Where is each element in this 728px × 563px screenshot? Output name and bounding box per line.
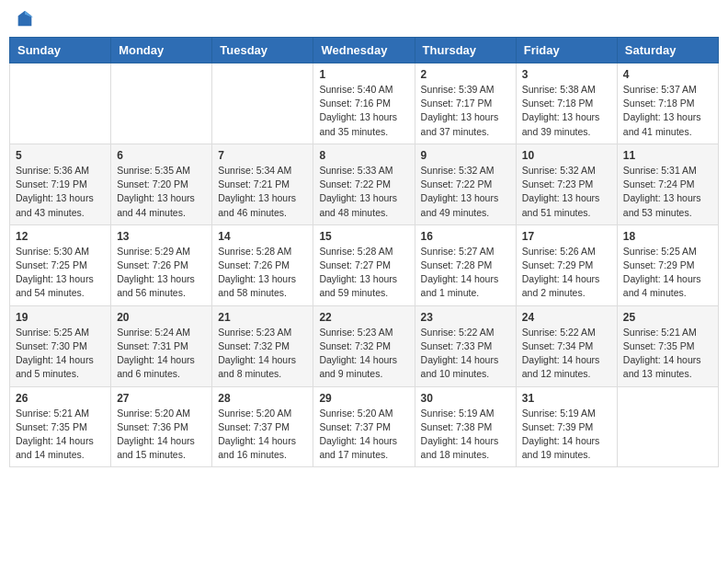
day-info: Sunrise: 5:23 AM Sunset: 7:32 PM Dayligh…: [218, 326, 307, 382]
calendar-cell: 11Sunrise: 5:31 AM Sunset: 7:24 PM Dayli…: [617, 144, 718, 224]
calendar-cell: 10Sunrise: 5:32 AM Sunset: 7:23 PM Dayli…: [516, 144, 617, 224]
calendar-cell: 29Sunrise: 5:20 AM Sunset: 7:37 PM Dayli…: [313, 386, 415, 467]
calendar-table: Sunday Monday Tuesday Wednesday Thursday…: [9, 37, 719, 467]
day-number: 26: [16, 392, 105, 405]
day-number: 18: [623, 230, 712, 243]
day-number: 15: [319, 230, 408, 243]
day-number: 17: [522, 230, 611, 243]
calendar-cell: 24Sunrise: 5:22 AM Sunset: 7:34 PM Dayli…: [516, 305, 617, 386]
calendar-cell: 20Sunrise: 5:24 AM Sunset: 7:31 PM Dayli…: [111, 305, 212, 386]
day-info: Sunrise: 5:31 AM Sunset: 7:24 PM Dayligh…: [623, 164, 712, 220]
week-row-2: 5Sunrise: 5:36 AM Sunset: 7:19 PM Daylig…: [10, 144, 719, 224]
calendar-cell: 3Sunrise: 5:38 AM Sunset: 7:18 PM Daylig…: [516, 63, 617, 144]
week-row-1: 1Sunrise: 5:40 AM Sunset: 7:16 PM Daylig…: [10, 63, 719, 144]
week-row-5: 26Sunrise: 5:21 AM Sunset: 7:35 PM Dayli…: [10, 386, 719, 467]
day-info: Sunrise: 5:33 AM Sunset: 7:22 PM Dayligh…: [319, 164, 408, 220]
day-info: Sunrise: 5:27 AM Sunset: 7:28 PM Dayligh…: [421, 245, 510, 301]
day-number: 30: [421, 392, 510, 405]
header: [9, 9, 719, 29]
day-number: 20: [117, 311, 206, 324]
day-info: Sunrise: 5:22 AM Sunset: 7:33 PM Dayligh…: [421, 326, 510, 382]
calendar-cell: 19Sunrise: 5:25 AM Sunset: 7:30 PM Dayli…: [10, 305, 111, 386]
day-number: 25: [623, 311, 712, 324]
col-thursday: Thursday: [415, 38, 516, 63]
calendar-cell: 28Sunrise: 5:20 AM Sunset: 7:37 PM Dayli…: [212, 386, 313, 467]
day-number: 1: [319, 68, 408, 81]
day-info: Sunrise: 5:32 AM Sunset: 7:22 PM Dayligh…: [421, 164, 510, 220]
day-info: Sunrise: 5:20 AM Sunset: 7:37 PM Dayligh…: [218, 407, 307, 463]
day-number: 13: [117, 230, 206, 243]
col-friday: Friday: [516, 38, 617, 63]
day-number: 21: [218, 311, 307, 324]
day-info: Sunrise: 5:28 AM Sunset: 7:26 PM Dayligh…: [218, 245, 307, 301]
day-number: 31: [522, 392, 611, 405]
week-row-4: 19Sunrise: 5:25 AM Sunset: 7:30 PM Dayli…: [10, 305, 719, 386]
day-info: Sunrise: 5:36 AM Sunset: 7:19 PM Dayligh…: [16, 164, 105, 220]
day-info: Sunrise: 5:25 AM Sunset: 7:30 PM Dayligh…: [16, 326, 105, 382]
calendar-cell: 16Sunrise: 5:27 AM Sunset: 7:28 PM Dayli…: [415, 224, 516, 305]
day-number: 23: [421, 311, 510, 324]
day-info: Sunrise: 5:21 AM Sunset: 7:35 PM Dayligh…: [16, 407, 105, 463]
day-info: Sunrise: 5:37 AM Sunset: 7:18 PM Dayligh…: [623, 83, 712, 139]
col-sunday: Sunday: [10, 38, 111, 63]
calendar-cell: 1Sunrise: 5:40 AM Sunset: 7:16 PM Daylig…: [313, 63, 415, 144]
day-info: Sunrise: 5:29 AM Sunset: 7:26 PM Dayligh…: [117, 245, 206, 301]
col-monday: Monday: [111, 38, 212, 63]
day-info: Sunrise: 5:30 AM Sunset: 7:25 PM Dayligh…: [16, 245, 105, 301]
day-number: 16: [421, 230, 510, 243]
day-number: 14: [218, 230, 307, 243]
calendar-cell: 25Sunrise: 5:21 AM Sunset: 7:35 PM Dayli…: [617, 305, 718, 386]
day-info: Sunrise: 5:25 AM Sunset: 7:29 PM Dayligh…: [623, 245, 712, 301]
calendar-cell: 4Sunrise: 5:37 AM Sunset: 7:18 PM Daylig…: [617, 63, 718, 144]
day-info: Sunrise: 5:21 AM Sunset: 7:35 PM Dayligh…: [623, 326, 712, 382]
day-info: Sunrise: 5:26 AM Sunset: 7:29 PM Dayligh…: [522, 245, 611, 301]
day-number: 11: [623, 149, 712, 162]
calendar-cell: 7Sunrise: 5:34 AM Sunset: 7:21 PM Daylig…: [212, 144, 313, 224]
calendar-cell: 6Sunrise: 5:35 AM Sunset: 7:20 PM Daylig…: [111, 144, 212, 224]
day-info: Sunrise: 5:20 AM Sunset: 7:36 PM Dayligh…: [117, 407, 206, 463]
calendar-cell: 14Sunrise: 5:28 AM Sunset: 7:26 PM Dayli…: [212, 224, 313, 305]
logo: [13, 9, 35, 29]
calendar-cell: 26Sunrise: 5:21 AM Sunset: 7:35 PM Dayli…: [10, 386, 111, 467]
calendar-cell: 12Sunrise: 5:30 AM Sunset: 7:25 PM Dayli…: [10, 224, 111, 305]
calendar-cell: 2Sunrise: 5:39 AM Sunset: 7:17 PM Daylig…: [415, 63, 516, 144]
header-row: Sunday Monday Tuesday Wednesday Thursday…: [10, 38, 719, 63]
week-row-3: 12Sunrise: 5:30 AM Sunset: 7:25 PM Dayli…: [10, 224, 719, 305]
calendar-cell: 27Sunrise: 5:20 AM Sunset: 7:36 PM Dayli…: [111, 386, 212, 467]
day-number: 24: [522, 311, 611, 324]
day-info: Sunrise: 5:19 AM Sunset: 7:38 PM Dayligh…: [421, 407, 510, 463]
calendar-cell: 8Sunrise: 5:33 AM Sunset: 7:22 PM Daylig…: [313, 144, 415, 224]
day-info: Sunrise: 5:35 AM Sunset: 7:20 PM Dayligh…: [117, 164, 206, 220]
day-number: 9: [421, 149, 510, 162]
calendar-cell: 23Sunrise: 5:22 AM Sunset: 7:33 PM Dayli…: [415, 305, 516, 386]
calendar-cell: 30Sunrise: 5:19 AM Sunset: 7:38 PM Dayli…: [415, 386, 516, 467]
day-info: Sunrise: 5:28 AM Sunset: 7:27 PM Dayligh…: [319, 245, 408, 301]
day-info: Sunrise: 5:40 AM Sunset: 7:16 PM Dayligh…: [319, 83, 408, 139]
calendar-cell: 5Sunrise: 5:36 AM Sunset: 7:19 PM Daylig…: [10, 144, 111, 224]
logo-blue-row: [13, 9, 35, 29]
day-info: Sunrise: 5:32 AM Sunset: 7:23 PM Dayligh…: [522, 164, 611, 220]
calendar-cell: 17Sunrise: 5:26 AM Sunset: 7:29 PM Dayli…: [516, 224, 617, 305]
calendar-cell: 31Sunrise: 5:19 AM Sunset: 7:39 PM Dayli…: [516, 386, 617, 467]
day-number: 4: [623, 68, 712, 81]
day-info: Sunrise: 5:20 AM Sunset: 7:37 PM Dayligh…: [319, 407, 408, 463]
calendar-cell: 21Sunrise: 5:23 AM Sunset: 7:32 PM Dayli…: [212, 305, 313, 386]
day-number: 22: [319, 311, 408, 324]
day-number: 2: [421, 68, 510, 81]
col-saturday: Saturday: [617, 38, 718, 63]
calendar-cell: [212, 63, 313, 144]
calendar-cell: [10, 63, 111, 144]
day-info: Sunrise: 5:23 AM Sunset: 7:32 PM Dayligh…: [319, 326, 408, 382]
day-info: Sunrise: 5:19 AM Sunset: 7:39 PM Dayligh…: [522, 407, 611, 463]
day-number: 5: [16, 149, 105, 162]
day-number: 29: [319, 392, 408, 405]
day-info: Sunrise: 5:24 AM Sunset: 7:31 PM Dayligh…: [117, 326, 206, 382]
day-info: Sunrise: 5:38 AM Sunset: 7:18 PM Dayligh…: [522, 83, 611, 139]
day-number: 12: [16, 230, 105, 243]
day-info: Sunrise: 5:34 AM Sunset: 7:21 PM Dayligh…: [218, 164, 307, 220]
calendar-cell: 22Sunrise: 5:23 AM Sunset: 7:32 PM Dayli…: [313, 305, 415, 386]
calendar-cell: 13Sunrise: 5:29 AM Sunset: 7:26 PM Dayli…: [111, 224, 212, 305]
col-wednesday: Wednesday: [313, 38, 415, 63]
calendar-cell: 9Sunrise: 5:32 AM Sunset: 7:22 PM Daylig…: [415, 144, 516, 224]
day-number: 6: [117, 149, 206, 162]
